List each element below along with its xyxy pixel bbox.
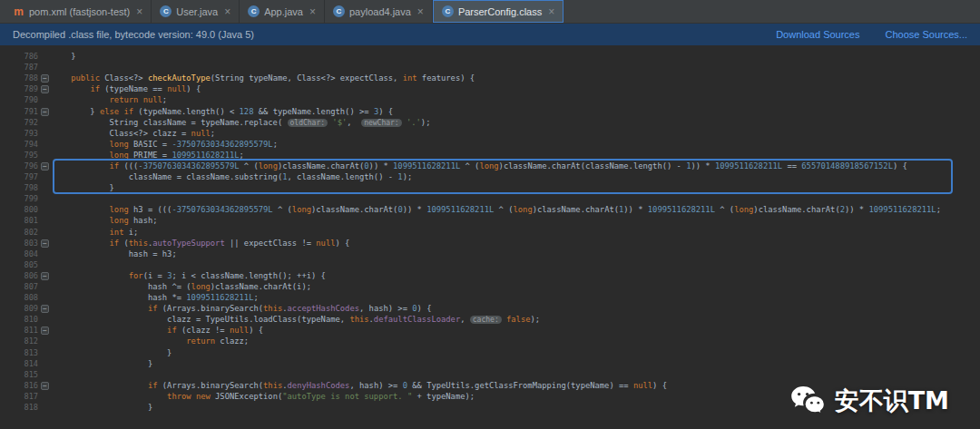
line-number[interactable]: 806: [0, 271, 38, 280]
code-text: String className = typeName.replace( old…: [52, 118, 980, 127]
code-line: 806− for(i = 3; i < className.length(); …: [0, 270, 980, 281]
tab-parserconfig-class[interactable]: CParserConfig.class×: [433, 0, 564, 23]
code-text: }: [52, 52, 980, 61]
line-number[interactable]: 789: [0, 84, 38, 93]
tab-label: payload4.java: [349, 6, 411, 17]
fold-marker-icon[interactable]: −: [38, 239, 52, 248]
line-number[interactable]: 807: [0, 282, 38, 291]
fold-marker-icon[interactable]: −: [38, 381, 52, 390]
code-text: public Class<?> checkAutoType(String typ…: [52, 73, 980, 83]
code-line: 794 long BASIC = -3750763034362895579L;: [0, 139, 980, 150]
code-text: long hash;: [52, 216, 980, 225]
code-line: 807 hash ^= (long)className.charAt(i);: [0, 281, 980, 292]
download-sources-link[interactable]: Download Sources: [776, 29, 859, 40]
line-number[interactable]: 804: [0, 249, 38, 258]
fold-marker-icon[interactable]: −: [38, 107, 52, 116]
code-line: 797 className = className.substring(1, c…: [0, 171, 980, 182]
code-text: }: [52, 348, 980, 357]
line-number[interactable]: 802: [0, 228, 38, 237]
line-number[interactable]: 787: [0, 63, 38, 72]
line-number[interactable]: 809: [0, 304, 38, 313]
code-text: long PRIME = 1099511628211L;: [52, 151, 980, 160]
banner-message: Decompiled .class file, bytecode version…: [13, 29, 750, 40]
code-line: 789− if (typeName == null) {: [0, 83, 980, 94]
tab-user-java[interactable]: CUser.java×: [152, 0, 240, 23]
code-line: 793 Class<?> clazz = null;: [0, 128, 980, 139]
line-number[interactable]: 788: [0, 73, 38, 83]
line-number[interactable]: 796: [0, 161, 38, 171]
class-file-icon: C: [160, 5, 172, 17]
code-line: 805: [0, 259, 980, 270]
tab-close-icon[interactable]: ×: [309, 6, 316, 17]
code-text: if (this.autoTypeSupport || expectClass …: [52, 239, 980, 248]
line-number[interactable]: 799: [0, 194, 38, 203]
line-number[interactable]: 812: [0, 336, 38, 346]
code-text: if (clazz != null) {: [52, 326, 980, 335]
class-file-icon: C: [333, 5, 345, 17]
tab-label: App.java: [264, 6, 303, 17]
line-number[interactable]: 798: [0, 183, 38, 192]
line-number[interactable]: 817: [0, 392, 38, 401]
code-line: 809− if (Arrays.binarySearch(this.accept…: [0, 303, 980, 314]
line-number[interactable]: 805: [0, 260, 38, 269]
line-number[interactable]: 791: [0, 107, 38, 116]
code-line: 804 hash = h3;: [0, 249, 980, 259]
line-number[interactable]: 811: [0, 326, 38, 335]
line-number[interactable]: 816: [0, 381, 38, 390]
tab-pom-xml-fastjson-test[interactable]: mpom.xml (fastjson-test)×: [5, 0, 152, 23]
code-text: for(i = 3; i < className.length(); ++i) …: [52, 271, 980, 280]
code-editor[interactable]: 786 }787788− public Class<?> checkAutoTy…: [0, 46, 980, 429]
fold-marker-icon[interactable]: −: [38, 161, 52, 171]
tab-payload4-java[interactable]: Cpayload4.java×: [325, 0, 433, 23]
fold-marker-icon[interactable]: −: [38, 271, 52, 280]
line-number[interactable]: 818: [0, 403, 38, 412]
line-number[interactable]: 786: [0, 52, 38, 61]
code-line: 802 int i;: [0, 227, 980, 238]
tab-app-java[interactable]: CApp.java×: [240, 0, 325, 23]
code-text: hash *= 1099511628211L;: [52, 293, 980, 302]
line-number[interactable]: 813: [0, 348, 38, 357]
line-number[interactable]: 814: [0, 359, 38, 368]
line-number[interactable]: 808: [0, 293, 38, 302]
line-number[interactable]: 797: [0, 172, 38, 181]
code-line: 792 String className = typeName.replace(…: [0, 117, 980, 128]
line-number[interactable]: 795: [0, 151, 38, 160]
code-text: hash = h3;: [52, 249, 980, 258]
line-number[interactable]: 803: [0, 239, 38, 248]
line-number[interactable]: 794: [0, 140, 38, 149]
code-line: 812 return clazz;: [0, 336, 980, 346]
code-line: 815: [0, 369, 980, 380]
code-text: return null;: [52, 95, 980, 104]
line-number[interactable]: 800: [0, 205, 38, 214]
line-number[interactable]: 793: [0, 129, 38, 138]
fold-marker-icon[interactable]: −: [38, 304, 52, 313]
line-number[interactable]: 801: [0, 216, 38, 225]
code-text: Class<?> clazz = null;: [52, 129, 980, 138]
fold-marker-icon[interactable]: −: [38, 84, 52, 93]
line-number[interactable]: 792: [0, 118, 38, 127]
code-text: long BASIC = -3750763034362895579L;: [52, 140, 980, 149]
tab-close-icon[interactable]: ×: [136, 6, 142, 17]
line-number[interactable]: 790: [0, 95, 38, 104]
tab-label: User.java: [176, 6, 218, 17]
class-file-icon: C: [248, 5, 260, 17]
code-text: }: [52, 183, 980, 192]
line-number[interactable]: 810: [0, 315, 38, 324]
tab-close-icon[interactable]: ×: [224, 6, 230, 17]
code-line: 796− if (((-3750763034362895579L ^ (long…: [0, 161, 980, 171]
code-text: className = className.substring(1, class…: [52, 172, 980, 181]
code-text: if (((-3750763034362895579L ^ (long)clas…: [52, 161, 980, 171]
fold-marker-icon[interactable]: −: [38, 73, 52, 83]
watermark: 安不识TM: [790, 385, 949, 417]
choose-sources-link[interactable]: Choose Sources...: [886, 29, 968, 40]
code-text: clazz = TypeUtils.loadClass(typeName, th…: [52, 315, 980, 324]
line-number[interactable]: 815: [0, 370, 38, 379]
tab-close-icon[interactable]: ×: [548, 6, 554, 17]
fold-marker-icon[interactable]: −: [38, 326, 52, 335]
tab-close-icon[interactable]: ×: [417, 6, 424, 17]
wechat-icon: [790, 385, 827, 416]
tab-label: ParserConfig.class: [458, 6, 542, 17]
code-line: 811− if (clazz != null) {: [0, 325, 980, 336]
code-line: 810 clazz = TypeUtils.loadClass(typeName…: [0, 314, 980, 325]
code-line: 808 hash *= 1099511628211L;: [0, 292, 980, 303]
